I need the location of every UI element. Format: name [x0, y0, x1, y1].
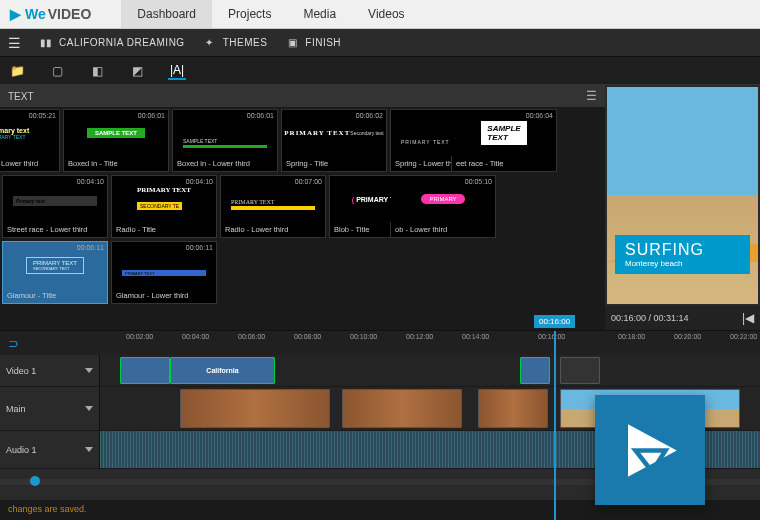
nav-tab-dashboard[interactable]: Dashboard	[121, 0, 212, 28]
finish-tab[interactable]: ▣ FINISH	[285, 36, 341, 50]
nav-tab-media[interactable]: Media	[287, 0, 352, 28]
text-template[interactable]: 00:06:02PRIMARY TEXTSecondary text Sprin…	[281, 109, 387, 172]
preview-title: SURFING	[625, 241, 740, 259]
template-name: Glamour - Lower third	[112, 288, 216, 303]
timeline-header: ⊃ 00:02:00 00:04:00 00:06:00 00:08:00 00…	[0, 331, 760, 355]
ruler-tick: 00:10:00	[350, 333, 377, 340]
template-name: Glamour - Title	[3, 288, 107, 303]
media-toolbar: 📁 ▢ ◧ ◩ |A|	[0, 57, 760, 85]
track-label[interactable]: Main	[0, 387, 100, 430]
template-name: Spring - Title	[282, 156, 386, 171]
text-template[interactable]: 00:05:21Primary textPRIMARY TEXT uncy st…	[0, 109, 60, 172]
text-template-selected[interactable]: 00:06:11PRIMARY TEXTSECONDARY TEXT Glamo…	[2, 241, 108, 304]
transitions-icon[interactable]: ◩	[128, 62, 146, 80]
nav-tab-videos[interactable]: Videos	[352, 0, 420, 28]
text-template[interactable]: 00:05:10PRIMARY ob - Lower third	[390, 175, 496, 238]
play-logo-icon	[613, 413, 688, 488]
ruler-tick: 00:08:00	[294, 333, 321, 340]
ruler-tick: 00:18:00	[618, 333, 645, 340]
template-name: Radio - Title	[112, 222, 216, 237]
media-panel: TEXT ☰ 00:05:21Primary textPRIMARY TEXT …	[0, 85, 605, 330]
ruler-tick: 00:06:00	[238, 333, 265, 340]
playhead-line[interactable]	[554, 331, 556, 520]
text-template[interactable]: 00:07:00PRIMARY TEXT Radio - Lower third	[220, 175, 326, 238]
sub-nav: ☰ ▮▮ CALIFORNIA DREAMING ✦ THEMES ▣ FINI…	[0, 29, 760, 57]
clip-text-california[interactable]: California	[170, 357, 275, 384]
nav-tab-projects[interactable]: Projects	[212, 0, 287, 28]
template-name: Radio - Lower third	[221, 222, 325, 237]
text-template[interactable]: 00:06:01SAMPLE TEXT Boxed in - Title	[63, 109, 169, 172]
preview-subtitle: Monterey beach	[625, 259, 740, 268]
prev-frame-icon[interactable]: |◀	[742, 311, 754, 325]
duration: 00:06:02	[356, 112, 383, 119]
clip-video[interactable]	[342, 389, 462, 428]
track-video1: Video 1 California	[0, 355, 760, 387]
volume-handle[interactable]	[30, 476, 40, 486]
template-name: Street race - Lower third	[3, 222, 107, 237]
template-name: eet race - Title	[452, 156, 556, 171]
section-header: TEXT ☰	[0, 85, 605, 107]
track-content[interactable]: California	[100, 355, 760, 386]
text-icon[interactable]: |A|	[168, 62, 186, 80]
chevron-down-icon[interactable]	[85, 447, 93, 452]
duration: 00:04:10	[77, 178, 104, 185]
timeline-tools: ⊃	[0, 336, 100, 351]
menu-icon[interactable]: ☰	[8, 35, 21, 51]
clip-text[interactable]	[520, 357, 550, 384]
text-template[interactable]: 00:06:11PRIMARY TEXT Glamour - Lower thi…	[111, 241, 217, 304]
duration: 00:05:21	[29, 112, 56, 119]
duration: 00:06:11	[186, 244, 213, 251]
text-template[interactable]: 00:04:10Primary text Street race - Lower…	[2, 175, 108, 238]
main-row: TEXT ☰ 00:05:21Primary textPRIMARY TEXT …	[0, 85, 760, 330]
preview-controls: 00:16:00 / 00:31:14 |◀	[605, 306, 760, 330]
ruler-tick: 00:20:00	[674, 333, 701, 340]
timeline-ruler[interactable]: 00:02:00 00:04:00 00:06:00 00:08:00 00:1…	[100, 331, 760, 355]
template-name: Boxed in - Lower third	[173, 156, 277, 171]
status-text: changes are saved.	[8, 504, 87, 514]
track-label[interactable]: Audio 1	[0, 431, 100, 468]
template-name: ob - Lower third	[391, 222, 495, 237]
top-nav: ▶ WeVIDEO Dashboard Projects Media Video…	[0, 0, 760, 29]
clip-video[interactable]	[180, 389, 330, 428]
ruler-tick: 00:02:00	[126, 333, 153, 340]
chevron-down-icon[interactable]	[85, 406, 93, 411]
preview-panel: SURFING Monterey beach 00:16:00 / 00:31:…	[605, 85, 760, 330]
finish-label: FINISH	[305, 37, 341, 48]
shapes-icon[interactable]: ◧	[88, 62, 106, 80]
duration: 00:04:10	[186, 178, 213, 185]
duration: 00:06:11	[77, 244, 104, 251]
clip-text[interactable]	[560, 357, 600, 384]
wand-icon: ✦	[203, 36, 217, 50]
duration: 00:06:01	[138, 112, 165, 119]
view-list-icon[interactable]: ☰	[586, 89, 597, 103]
ruler-tick: 00:22:00	[730, 333, 757, 340]
text-template[interactable]: 00:06:01SAMPLE TEXT Boxed in - Lower thi…	[172, 109, 278, 172]
logo[interactable]: ▶ WeVIDEO	[10, 6, 91, 22]
duration: 00:06:01	[247, 112, 274, 119]
ruler-tick: 00:16:00	[538, 333, 565, 340]
clip-video[interactable]	[478, 389, 548, 428]
wevideo-logo-badge	[595, 395, 705, 505]
logo-we: We	[25, 6, 46, 22]
preview-title-banner: SURFING Monterey beach	[615, 235, 750, 274]
ruler-tick: 00:12:00	[406, 333, 433, 340]
thumbnail-grid: 00:05:21Primary textPRIMARY TEXT uncy st…	[0, 107, 605, 306]
image-icon[interactable]: ▢	[48, 62, 66, 80]
text-template[interactable]: 00:06:04SAMPLETEXT eet race - Title	[451, 109, 557, 172]
nav-tabs: Dashboard Projects Media Videos	[121, 0, 420, 28]
duration: 00:05:10	[465, 178, 492, 185]
project-name[interactable]: ▮▮ CALIFORNIA DREAMING	[39, 36, 185, 50]
template-name: uncy stack - Lower third	[0, 156, 59, 171]
themes-tab[interactable]: ✦ THEMES	[203, 36, 268, 50]
clip-text[interactable]	[120, 357, 170, 384]
folder-icon[interactable]: 📁	[8, 62, 26, 80]
preview-time: 00:16:00 / 00:31:14	[611, 313, 689, 323]
text-template[interactable]: 00:04:10PRIMARY TEXTSECONDARY TE Radio -…	[111, 175, 217, 238]
magnet-icon[interactable]: ⊃	[8, 336, 19, 351]
track-label[interactable]: Video 1	[0, 355, 100, 386]
template-name: Boxed in - Title	[64, 156, 168, 171]
chevron-down-icon[interactable]	[85, 368, 93, 373]
film-icon: ▮▮	[39, 36, 53, 50]
playhead-time: 00:16:00	[534, 315, 575, 328]
preview-canvas[interactable]: SURFING Monterey beach	[607, 87, 758, 304]
